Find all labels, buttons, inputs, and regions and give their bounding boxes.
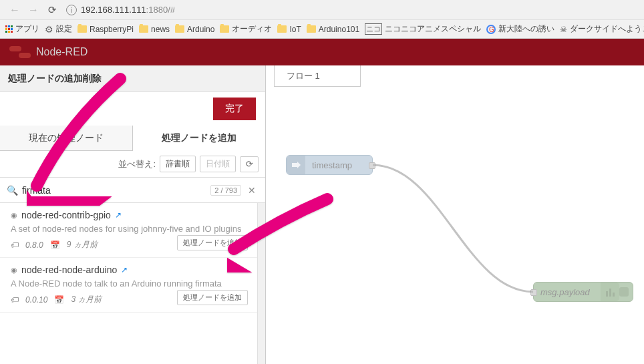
bookmark-label: Arduino101	[319, 25, 359, 34]
debug-toggle[interactable]	[619, 287, 629, 297]
bookmark-label: ダークサイドへようこそ	[570, 23, 644, 35]
bookmark-label: IoT	[289, 25, 301, 34]
package-icon: ◉	[11, 211, 17, 220]
back-button[interactable]: ←	[5, 4, 24, 16]
input-port[interactable]	[530, 289, 537, 296]
url-path: /#	[168, 5, 175, 15]
google-icon: G	[486, 25, 496, 34]
bookmark-shin[interactable]: G 新大陸への誘い	[486, 23, 554, 35]
apps-button[interactable]: アプリ	[5, 23, 39, 35]
svg-text:G: G	[489, 26, 494, 33]
folder-icon	[77, 25, 87, 33]
bookmark-label: 新大陸への誘い	[498, 23, 554, 35]
flow-tab[interactable]: フロー 1	[274, 65, 361, 87]
inject-label: timestamp	[305, 160, 359, 170]
result-version: 0.8.0	[25, 240, 43, 250]
folder-icon	[139, 25, 148, 33]
nico-icon: ニコ	[365, 23, 382, 35]
apps-label: アプリ	[15, 23, 39, 35]
tag-icon: 🏷	[11, 295, 19, 305]
output-port[interactable]	[369, 162, 375, 169]
inject-node[interactable]: timestamp	[286, 155, 373, 175]
folder-icon	[277, 25, 287, 33]
refresh-icon: ⟳	[246, 159, 253, 169]
result-item[interactable]: ◉ node-red-node-arduino ↗ A Node-RED nod…	[0, 258, 257, 313]
folder-icon	[175, 25, 184, 33]
external-link-icon[interactable]: ↗	[121, 265, 128, 275]
app-title: Node-RED	[36, 46, 88, 58]
browser-toolbar: ← → ⟳ i 192.168.111.111:1880/#	[0, 0, 644, 20]
main-area: 処理ノードの追加削除 完了 現在の処理ノード 処理ノードを追加 並べ替え: 辞書…	[0, 65, 644, 364]
debug-node[interactable]: msg.payload	[533, 282, 633, 302]
forward-button[interactable]: →	[24, 4, 43, 16]
refresh-button[interactable]: ⟳	[240, 156, 259, 172]
search-icon: 🔍	[7, 185, 18, 196]
calendar-icon: 📅	[54, 295, 64, 305]
calendar-icon: 📅	[50, 240, 60, 250]
bookmarks-bar: アプリ ⚙ 設定 RaspberryPi news Arduino オーディオ …	[0, 20, 644, 39]
bookmark-settings[interactable]: ⚙ 設定	[45, 23, 72, 35]
vader-icon: ☠	[560, 25, 567, 34]
result-age: 9 ヵ月前	[67, 239, 98, 250]
package-icon: ◉	[11, 266, 17, 275]
done-button[interactable]: 完了	[213, 98, 256, 120]
bookmark-label: オーディオ	[232, 23, 272, 35]
result-description: A Node-RED node to talk to an Arduino ru…	[11, 278, 248, 290]
result-version: 0.0.10	[25, 295, 47, 305]
add-node-button[interactable]: 処理ノードを追加	[177, 290, 248, 305]
site-info-icon[interactable]: i	[66, 5, 77, 15]
url-port: :1880	[146, 5, 168, 15]
bookmark-folder[interactable]: IoT	[277, 25, 301, 34]
results-list[interactable]: ◉ node-red-contrib-gpio ↗ A set of node-…	[0, 203, 257, 364]
gear-icon: ⚙	[45, 24, 53, 35]
result-item[interactable]: ◉ node-red-contrib-gpio ↗ A set of node-…	[0, 203, 257, 258]
tab-add-nodes[interactable]: 処理ノードを追加	[133, 126, 265, 151]
annotation-arrow	[27, 72, 134, 208]
result-name: node-red-contrib-gpio	[21, 210, 111, 220]
svg-rect-2	[292, 163, 297, 167]
debug-icon	[601, 283, 619, 301]
bookmark-folder[interactable]: Arduino	[175, 25, 214, 34]
bookmark-label: Arduino	[187, 25, 214, 34]
app-header: Node-RED	[0, 39, 644, 65]
inject-icon	[287, 156, 305, 174]
reload-button[interactable]: ⟳	[43, 4, 62, 16]
bookmark-folder[interactable]: Arduino101	[307, 25, 359, 34]
bookmark-nico[interactable]: ニコニコニコアニメスペシャル	[365, 23, 481, 35]
result-description: A set of node-red nodes for using johnny…	[11, 223, 248, 235]
bookmark-label: RaspberryPi	[90, 25, 134, 34]
node-red-logo-icon	[9, 46, 31, 58]
bookmark-label: ニコニコアニメスペシャル	[385, 23, 481, 35]
apps-grid-icon	[5, 25, 13, 33]
app-logo: Node-RED	[9, 46, 88, 58]
bookmark-label: news	[151, 25, 170, 34]
sort-dict-button[interactable]: 辞書順	[160, 156, 196, 172]
annotation-arrow	[227, 192, 334, 275]
bookmark-folder[interactable]: オーディオ	[220, 23, 272, 35]
folder-icon	[220, 25, 229, 33]
debug-label: msg.payload	[534, 287, 601, 297]
sort-date-button[interactable]: 日付順	[200, 156, 236, 172]
bookmark-dark[interactable]: ☠ ダークサイドへようこそ	[560, 23, 644, 35]
bookmark-folder[interactable]: news	[139, 25, 170, 34]
url-bar[interactable]: 192.168.111.111:1880/#	[81, 5, 175, 15]
url-host: 192.168.111.111	[81, 5, 146, 15]
tag-icon: 🏷	[11, 240, 19, 250]
result-name: node-red-node-arduino	[21, 264, 117, 275]
external-link-icon[interactable]: ↗	[115, 210, 122, 220]
result-age: 3 ヵ月前	[71, 294, 102, 305]
bookmark-label: 設定	[56, 23, 72, 35]
folder-icon	[307, 25, 316, 33]
bookmark-folder[interactable]: RaspberryPi	[77, 25, 134, 34]
